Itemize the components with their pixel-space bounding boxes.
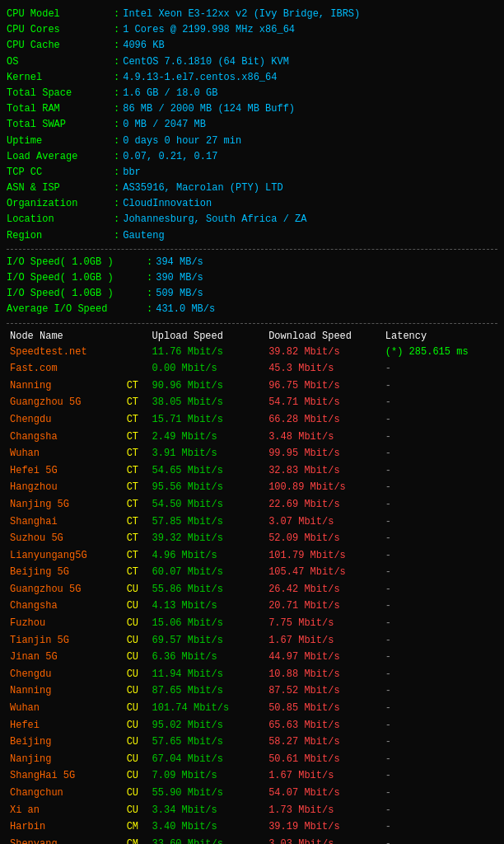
divider-1 — [7, 249, 497, 250]
cell-latency: - — [382, 767, 497, 785]
io-row: I/O Speed( 1.0GB ) : 394 MB/s — [7, 255, 497, 270]
cell-download: 3.48 Mbit/s — [265, 429, 382, 446]
table-row: ShangHai 5GCU7.09 Mbit/s1.67 Mbit/s- — [7, 767, 497, 785]
cell-node: Fuzhou — [7, 615, 124, 632]
cell-type: CT — [124, 547, 149, 565]
info-label: Total Space — [7, 86, 114, 101]
cell-node: Wuhan — [7, 700, 124, 717]
table-row: Jinan 5GCU6.36 Mbit/s44.97 Mbit/s- — [7, 649, 497, 666]
cell-download: 54.07 Mbit/s — [265, 785, 382, 802]
cell-upload: 67.04 Mbit/s — [149, 751, 266, 768]
cell-node: Tianjin 5G — [7, 632, 124, 649]
info-label: Location — [7, 212, 114, 227]
cell-node: Wuhan — [7, 445, 124, 462]
cell-latency: - — [382, 445, 497, 462]
cell-download: 45.3 Mbit/s — [265, 360, 382, 377]
cell-upload: 101.74 Mbit/s — [149, 700, 266, 717]
cell-download: 105.47 Mbit/s — [265, 564, 382, 581]
cell-download: 58.27 Mbit/s — [265, 734, 382, 751]
cell-download: 54.71 Mbit/s — [265, 394, 382, 411]
table-row: Fast.com0.00 Mbit/s45.3 Mbit/s- — [7, 360, 497, 377]
system-row: TCP CC : bbr — [7, 165, 497, 181]
table-row: ChangshaCU4.13 Mbit/s20.71 Mbit/s- — [7, 598, 497, 615]
cell-node: Chengdu — [7, 411, 124, 429]
cell-upload: 11.94 Mbit/s — [149, 666, 266, 683]
cell-latency: - — [382, 734, 497, 751]
table-row: Suzhou 5GCT39.32 Mbit/s52.09 Mbit/s- — [7, 530, 497, 547]
system-row: ASN & ISP : AS35916, Macrolan (PTY) LTD — [7, 181, 497, 196]
cell-download: 1.73 Mbit/s — [265, 802, 382, 819]
cell-node: Harbin — [7, 818, 124, 836]
cell-type: CT — [124, 462, 149, 480]
cell-upload: 15.06 Mbit/s — [149, 615, 266, 632]
info-label: Organization — [7, 196, 114, 212]
cell-type: CM — [124, 818, 149, 836]
cell-node: Jinan 5G — [7, 649, 124, 666]
cell-latency: - — [382, 394, 497, 411]
cell-node: Beijing 5G — [7, 564, 124, 581]
cell-upload: 57.65 Mbit/s — [149, 734, 266, 751]
info-label: Uptime — [7, 134, 114, 149]
table-row: Guangzhou 5GCT38.05 Mbit/s54.71 Mbit/s- — [7, 394, 497, 411]
system-row: Organization : CloudInnovation — [7, 196, 497, 212]
cell-latency: - — [382, 581, 497, 598]
cell-node: ShangHai 5G — [7, 767, 124, 785]
info-label: Total SWAP — [7, 117, 114, 133]
cell-upload: 87.65 Mbit/s — [149, 682, 266, 700]
info-value: CentOS 7.6.1810 (64 Bit) KVM — [123, 54, 289, 70]
cell-node: Hefei — [7, 717, 124, 734]
cell-node: Guangzhou 5G — [7, 394, 124, 411]
table-row: Lianyungang5GCT4.96 Mbit/s101.79 Mbit/s- — [7, 547, 497, 565]
cell-latency: - — [382, 751, 497, 768]
system-row: Region : Gauteng — [7, 228, 497, 244]
cell-upload: 55.86 Mbit/s — [149, 581, 266, 598]
cell-upload: 7.09 Mbit/s — [149, 767, 266, 785]
cell-type: CT — [124, 513, 149, 531]
cell-latency: - — [382, 429, 497, 446]
cell-latency: - — [382, 530, 497, 547]
system-row: OS : CentOS 7.6.1810 (64 Bit) KVM — [7, 54, 497, 70]
cell-download: 10.88 Mbit/s — [265, 666, 382, 683]
cell-latency: - — [382, 717, 497, 734]
io-value: 394 MB/s — [156, 255, 203, 270]
info-label: ASN & ISP — [7, 181, 114, 196]
table-row: ChangshaCT2.49 Mbit/s3.48 Mbit/s- — [7, 429, 497, 446]
cell-type — [124, 344, 149, 361]
cell-upload: 39.32 Mbit/s — [149, 530, 266, 547]
info-label: Region — [7, 228, 114, 244]
cell-latency: (*) 285.615 ms — [382, 344, 497, 361]
cell-upload: 0.00 Mbit/s — [149, 360, 266, 377]
cell-type: CU — [124, 682, 149, 700]
system-row: Kernel : 4.9.13-1.el7.centos.x86_64 — [7, 70, 497, 86]
cell-latency: - — [382, 700, 497, 717]
cell-node: Shenyang — [7, 836, 124, 844]
cell-type: CU — [124, 700, 149, 717]
cell-latency: - — [382, 411, 497, 429]
info-label: Load Average — [7, 149, 114, 165]
table-row: Xi anCU3.34 Mbit/s1.73 Mbit/s- — [7, 802, 497, 819]
cell-type: CU — [124, 734, 149, 751]
cell-node: Nanning — [7, 377, 124, 395]
col-header-latency: Latency — [382, 329, 497, 344]
col-header-upload: Upload Speed — [149, 329, 266, 344]
cell-latency: - — [382, 377, 497, 395]
cell-upload: 69.57 Mbit/s — [149, 632, 266, 649]
table-row: NanningCT90.96 Mbit/s96.75 Mbit/s- — [7, 377, 497, 395]
cell-upload: 15.71 Mbit/s — [149, 411, 266, 429]
table-row: Beijing 5GCT60.07 Mbit/s105.47 Mbit/s- — [7, 564, 497, 581]
col-header-type — [124, 329, 149, 344]
cell-download: 7.75 Mbit/s — [265, 615, 382, 632]
io-row: I/O Speed( 1.0GB ) : 509 MB/s — [7, 286, 497, 302]
cell-download: 3.03 Mbit/s — [265, 836, 382, 844]
io-row: I/O Speed( 1.0GB ) : 390 MB/s — [7, 270, 497, 286]
cell-download: 101.79 Mbit/s — [265, 547, 382, 565]
table-row: BeijingCU57.65 Mbit/s58.27 Mbit/s- — [7, 734, 497, 751]
cell-download: 87.52 Mbit/s — [265, 682, 382, 700]
cell-type: CU — [124, 767, 149, 785]
info-value: 1 Cores @ 2199.998 MHz x86_64 — [123, 22, 295, 38]
system-row: CPU Model : Intel Xeon E3-12xx v2 (Ivy B… — [7, 7, 497, 22]
cell-type: CU — [124, 666, 149, 683]
system-row: Load Average : 0.07, 0.21, 0.17 — [7, 149, 497, 165]
info-label: CPU Cores — [7, 22, 114, 38]
cell-download: 3.07 Mbit/s — [265, 513, 382, 531]
